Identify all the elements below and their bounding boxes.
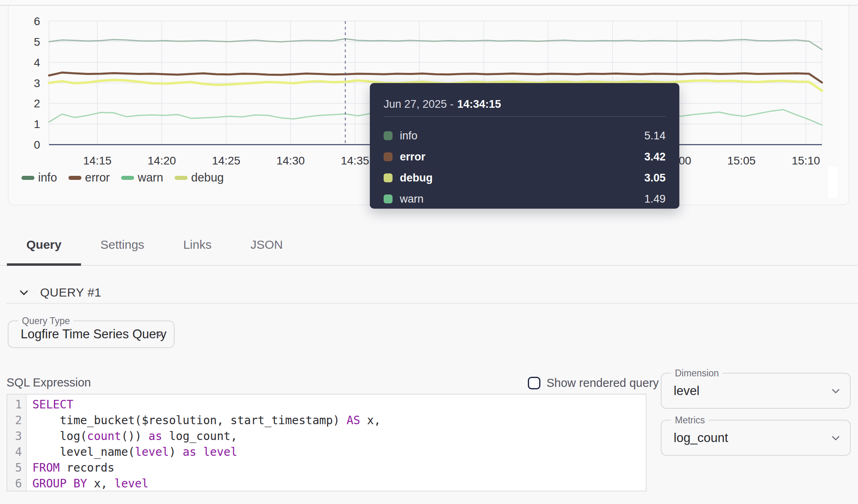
sql-editor: 123456 SELECT time_bucket($resolution, s…: [6, 394, 647, 491]
tooltip-timestamp: Jun 27, 2025 -14:34:15: [384, 98, 666, 111]
show-rendered-query-label[interactable]: Show rendered query: [546, 376, 659, 390]
chevron-down-icon: [154, 329, 165, 340]
tooltip-divider: [384, 116, 666, 117]
metrics-select[interactable]: Metrics log_count: [661, 420, 851, 456]
svg-text:0: 0: [34, 139, 40, 151]
line-number: 5: [7, 460, 22, 476]
metrics-value: log_count: [674, 431, 728, 445]
line-number: 4: [7, 444, 22, 460]
legend-item-debug[interactable]: debug: [175, 171, 224, 184]
tooltip-date: Jun 27, 2025 -: [384, 98, 454, 110]
line-number: 1: [7, 397, 22, 412]
tooltip-swatch-debug: [384, 173, 393, 182]
code-line: level_name(level) as level: [32, 444, 646, 460]
tooltip-swatch-error: [384, 152, 393, 161]
tab-settings[interactable]: Settings: [81, 233, 164, 265]
sql-editor-code[interactable]: SELECT time_bucket($resolution, start_ti…: [27, 395, 646, 491]
show-rendered-query-checkbox[interactable]: [528, 377, 540, 389]
dimension-label: Dimension: [671, 367, 723, 379]
dimension-select[interactable]: Dimension level: [661, 373, 851, 409]
svg-text:14:20: 14:20: [147, 154, 176, 167]
show-rendered-query-control: Show rendered query: [528, 376, 659, 390]
legend-swatch-error: [68, 176, 81, 180]
sql-editor-gutter: 123456: [7, 395, 27, 491]
query-type-value: Logfire Time Series Query: [21, 327, 166, 342]
y-axis-labels: 0123456: [34, 15, 40, 151]
tooltip-row-info: info5.14: [384, 129, 666, 143]
tab-query[interactable]: Query: [7, 233, 81, 265]
svg-text:1: 1: [34, 118, 40, 130]
tab-links[interactable]: Links: [164, 233, 231, 265]
code-line: FROM records: [32, 460, 646, 476]
legend-label: error: [85, 171, 110, 184]
tooltip-row-error: error3.42: [384, 150, 666, 164]
tab-bar: QuerySettingsLinksJSON: [0, 233, 858, 266]
code-line: log(count()) as log_count,: [32, 428, 646, 444]
query-type-label: Query Type: [18, 315, 73, 327]
section-divider: [6, 303, 858, 304]
tooltip-swatch-info: [384, 131, 393, 140]
tooltip-series-label: error: [400, 151, 425, 163]
svg-text:15:05: 15:05: [727, 154, 756, 167]
legend-swatch-warn: [121, 176, 134, 180]
chevron-down-icon: [830, 386, 841, 396]
dashboard-page: 012345614:1514:2014:2514:3014:3514:4014:…: [0, 0, 858, 504]
svg-text:14:30: 14:30: [276, 154, 305, 167]
tooltip-series-label: info: [400, 130, 418, 142]
svg-text:6: 6: [34, 15, 40, 28]
tooltip-time: 14:34:15: [457, 98, 501, 110]
chart-legend: infoerrorwarndebug: [21, 171, 224, 184]
scrollbar-thumb[interactable]: [828, 167, 838, 198]
legend-label: info: [38, 171, 57, 184]
line-number: 6: [7, 476, 22, 491]
legend-item-error[interactable]: error: [68, 171, 110, 184]
query-type-select[interactable]: Query Type Logfire Time Series Query: [8, 320, 175, 348]
metrics-label: Metrics: [671, 414, 709, 426]
query-section-title: QUERY #1: [40, 286, 101, 299]
legend-swatch-info: [21, 176, 34, 180]
legend-item-info[interactable]: info: [21, 171, 57, 184]
legend-label: warn: [138, 171, 163, 184]
line-number: 2: [7, 412, 22, 428]
legend-item-warn[interactable]: warn: [121, 171, 163, 184]
chart-tooltip: Jun 27, 2025 -14:34:15 info5.14error3.42…: [370, 83, 679, 209]
tooltip-series-value: 1.49: [644, 193, 666, 205]
tab-json[interactable]: JSON: [231, 233, 302, 265]
tooltip-series-value: 3.05: [644, 172, 666, 184]
top-divider: [0, 0, 858, 6]
svg-text:14:25: 14:25: [212, 154, 240, 167]
legend-label: debug: [191, 171, 224, 184]
svg-text:15:10: 15:10: [792, 154, 820, 167]
chevron-down-icon: [18, 287, 30, 298]
series-line-info: [49, 39, 822, 50]
code-line: SELECT: [32, 397, 646, 412]
svg-text:3: 3: [34, 77, 40, 90]
tooltip-row-debug: debug3.05: [384, 171, 666, 185]
tooltip-series-value: 5.14: [644, 130, 666, 142]
code-line: GROUP BY x, level: [32, 476, 646, 491]
svg-text:5: 5: [34, 36, 40, 48]
tooltip-rows: info5.14error3.42debug3.05warn1.49: [384, 129, 666, 206]
svg-text:4: 4: [34, 56, 40, 69]
legend-swatch-debug: [175, 176, 188, 180]
svg-text:2: 2: [34, 97, 40, 110]
query-section-header[interactable]: QUERY #1: [18, 284, 101, 301]
line-number: 3: [7, 428, 22, 444]
tooltip-row-warn: warn1.49: [384, 192, 666, 206]
svg-text:14:35: 14:35: [341, 154, 369, 167]
tooltip-swatch-warn: [384, 194, 393, 203]
tooltip-series-label: warn: [400, 193, 424, 205]
dimension-value: level: [674, 384, 700, 398]
tooltip-series-value: 3.42: [644, 151, 666, 163]
sql-expression-label: SQL Expression: [6, 376, 91, 389]
chart-panel: 012345614:1514:2014:2514:3014:3514:4014:…: [8, 6, 849, 205]
svg-text:14:15: 14:15: [83, 154, 111, 167]
tooltip-series-label: debug: [400, 172, 433, 184]
chevron-down-icon: [830, 433, 841, 443]
code-line: time_bucket($resolution, start_timestamp…: [32, 412, 646, 428]
